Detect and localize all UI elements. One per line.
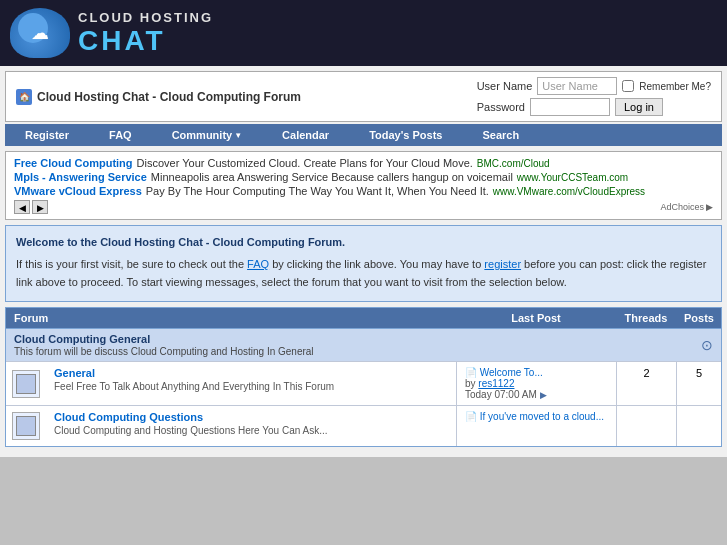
lastpost-by-general: by res1122 (465, 378, 608, 389)
category-desc: This forum will be discuss Cloud Computi… (14, 346, 701, 357)
welcome-faq-link[interactable]: FAQ (247, 258, 269, 270)
forum-info-cell-general: General Feel Free To Talk About Anything… (46, 362, 456, 405)
category-collapse-icon[interactable]: ⊙ (701, 337, 713, 353)
nav-community[interactable]: Community ▼ (152, 124, 262, 146)
home-icon[interactable]: 🏠 (16, 89, 32, 105)
remember-checkbox[interactable] (622, 80, 634, 92)
ad-line-3: VMware vCloud Express Pay By The Hour Co… (14, 185, 713, 197)
ad-nav: ◀ ▶ AdChoices ▶ (14, 200, 713, 214)
logo-icon: ☁ (10, 8, 70, 58)
ad-title-3[interactable]: VMware vCloud Express (14, 185, 142, 197)
logo-chat: CHAT (78, 25, 213, 57)
ad-title-2[interactable]: Mpls - Answering Service (14, 171, 147, 183)
login-box: 🏠 Cloud Hosting Chat - Cloud Computing F… (5, 71, 722, 122)
lastpost-author-general[interactable]: res1122 (478, 378, 514, 389)
ad-text-2: Minneapolis area Answering Service Becau… (151, 171, 513, 183)
logo-area: ☁ CLOUD HOSTING CHAT (10, 8, 213, 58)
ad-prev-button[interactable]: ◀ (14, 200, 30, 214)
welcome-box: Welcome to the Cloud Hosting Chat - Clou… (5, 225, 722, 302)
nav-faq[interactable]: FAQ (89, 124, 152, 146)
nav-search[interactable]: Search (462, 124, 539, 146)
forum-lastpost-general: 📄 Welcome To... by res1122 Today 07:00 A… (456, 362, 616, 405)
ad-url-1[interactable]: BMC.com/Cloud (477, 158, 550, 169)
header-threads: Threads (616, 308, 676, 328)
header-forum: Forum (6, 308, 456, 328)
username-label: User Name (477, 80, 533, 92)
password-input[interactable] (530, 98, 610, 116)
welcome-text-before-faq: If this is your first visit, be sure to … (16, 258, 247, 270)
lastpost-title-questions[interactable]: 📄 If you've moved to a cloud... (465, 411, 608, 422)
logo-cloud-hosting: CLOUD HOSTING (78, 10, 213, 25)
forum-name-general[interactable]: General (54, 367, 448, 379)
lastpost-time-general: Today 07:00 AM ▶ (465, 389, 608, 400)
username-input[interactable] (537, 77, 617, 95)
nav-register[interactable]: Register (5, 124, 89, 146)
password-label: Password (477, 101, 525, 113)
password-row: Password Log in (477, 98, 711, 116)
lastpost-icon-questions: 📄 (465, 411, 480, 422)
nav-todays-posts[interactable]: Today's Posts (349, 124, 462, 146)
forum-table: Forum Last Post Threads Posts Cloud Comp… (5, 307, 722, 447)
main-container: 🏠 Cloud Hosting Chat - Cloud Computing F… (0, 66, 727, 457)
category-name: Cloud Computing General (14, 333, 701, 345)
welcome-text: If this is your first visit, be sure to … (16, 256, 711, 291)
forum-status-icon-questions (12, 412, 40, 440)
ad-url-2[interactable]: www.YourCCSTeam.com (517, 172, 628, 183)
ad-line-2: Mpls - Answering Service Minneapolis are… (14, 171, 713, 183)
ad-choices: AdChoices ▶ (660, 202, 713, 212)
header-last-post: Last Post (456, 308, 616, 328)
forum-row-questions: Cloud Computing Questions Cloud Computin… (6, 405, 721, 446)
forum-name-questions[interactable]: Cloud Computing Questions (54, 411, 448, 423)
forum-info-cell-questions: Cloud Computing Questions Cloud Computin… (46, 406, 456, 446)
forum-posts-general: 5 (676, 362, 721, 405)
forum-table-header: Forum Last Post Threads Posts (6, 308, 721, 328)
forum-title-area: 🏠 Cloud Hosting Chat - Cloud Computing F… (16, 89, 301, 105)
ad-title-1[interactable]: Free Cloud Computing (14, 157, 133, 169)
login-fields: User Name Remember Me? Password Log in (477, 77, 711, 116)
ad-url-3[interactable]: www.VMware.com/vCloudExpress (493, 186, 645, 197)
forum-desc-general: Feel Free To Talk About Anything And Eve… (54, 381, 448, 392)
ad-next-button[interactable]: ▶ (32, 200, 48, 214)
forum-threads-general: 2 (616, 362, 676, 405)
ad-section: Free Cloud Computing Discover Your Custo… (5, 151, 722, 220)
forum-icon-inner-questions (16, 416, 36, 436)
lastpost-icon: 📄 (465, 367, 480, 378)
welcome-title: Welcome to the Cloud Hosting Chat - Clou… (16, 236, 711, 248)
forum-icon-cell (6, 362, 46, 405)
site-header: ☁ CLOUD HOSTING CHAT (0, 0, 727, 66)
logo-text: CLOUD HOSTING CHAT (78, 10, 213, 57)
category-row-cloud-computing-general: Cloud Computing General This forum will … (6, 328, 721, 361)
forum-threads-questions (616, 406, 676, 446)
lastpost-title-general[interactable]: 📄 Welcome To... (465, 367, 608, 378)
remember-label: Remember Me? (639, 81, 711, 92)
login-button[interactable]: Log in (615, 98, 663, 116)
welcome-register-link[interactable]: register (484, 258, 521, 270)
ad-text-1: Discover Your Customized Cloud. Create P… (137, 157, 473, 169)
ad-choices-icon: ▶ (706, 202, 713, 212)
forum-icon-cell-questions (6, 406, 46, 446)
header-posts: Posts (676, 308, 721, 328)
forum-status-icon (12, 370, 40, 398)
forum-lastpost-questions: 📄 If you've moved to a cloud... (456, 406, 616, 446)
forum-posts-questions (676, 406, 721, 446)
goto-icon: ▶ (540, 390, 547, 400)
forum-title: Cloud Hosting Chat - Cloud Computing For… (37, 90, 301, 104)
ad-text-3: Pay By The Hour Computing The Way You Wa… (146, 185, 489, 197)
community-dropdown-arrow: ▼ (234, 131, 242, 140)
ad-choices-label: AdChoices (660, 202, 704, 212)
category-info: Cloud Computing General This forum will … (14, 333, 701, 357)
nav-bar: Register FAQ Community ▼ Calendar Today'… (5, 124, 722, 146)
welcome-text-after-faq: by clicking the link above. You may have… (269, 258, 484, 270)
ad-line-1: Free Cloud Computing Discover Your Custo… (14, 157, 713, 169)
forum-icon-inner (16, 374, 36, 394)
forum-row-general: General Feel Free To Talk About Anything… (6, 361, 721, 405)
nav-calendar[interactable]: Calendar (262, 124, 349, 146)
forum-desc-questions: Cloud Computing and Hosting Questions He… (54, 425, 448, 436)
